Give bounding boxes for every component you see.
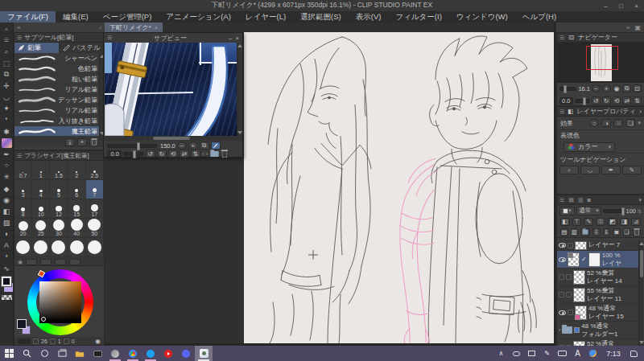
layer-list-scrollbar[interactable] — [638, 240, 643, 346]
figure-tool[interactable]: ◗ — [1, 228, 13, 240]
search-button[interactable] — [18, 346, 35, 361]
size-cell[interactable]: 6 — [68, 180, 86, 199]
navigator-zoom-slider[interactable] — [559, 87, 576, 91]
effect-border-icon[interactable]: ○ — [589, 119, 599, 127]
panel-more-icon[interactable]: ▾ — [638, 197, 642, 203]
layer-comment-tab-icon[interactable]: ◙ — [588, 197, 591, 203]
subview-zoom-in-icon[interactable]: + — [188, 142, 198, 150]
subview-zoom-out-icon[interactable]: − — [177, 142, 187, 150]
opacity-stepper-icon[interactable]: ⇅ — [638, 208, 642, 214]
tray-pen-tablet-icon[interactable]: ✎ — [540, 346, 554, 361]
zoom-tool[interactable]: ⌕ — [1, 46, 13, 57]
app-clip-studio-button[interactable] — [106, 346, 124, 361]
blend-tool[interactable]: ◉ — [1, 195, 13, 206]
tray-display-icon[interactable] — [525, 346, 539, 361]
collapse-left-panel-icon[interactable]: ‹ — [99, 24, 101, 31]
fill-tool[interactable]: ◧ — [1, 206, 13, 217]
layer-row[interactable]: レイヤー 7 — [557, 240, 639, 251]
layer-opacity-slider[interactable] — [603, 209, 625, 213]
lasso-tool[interactable]: ◡ — [1, 92, 13, 103]
tray-keyboard-icon[interactable] — [555, 346, 569, 361]
size-cell[interactable] — [50, 238, 68, 257]
enable-mask-icon[interactable]: ◨ — [620, 218, 630, 226]
subview-rotation-slider[interactable] — [123, 152, 144, 156]
transparent-color-swatch[interactable] — [2, 295, 12, 300]
size-cell-selected[interactable]: 7 — [86, 180, 104, 199]
navigator-flip-h-icon[interactable]: ⇄ — [622, 96, 631, 105]
size-cell[interactable] — [32, 238, 50, 257]
balloon-tool[interactable]: ❛ — [1, 252, 13, 263]
menu-window[interactable]: ウィンドウ(W) — [449, 11, 515, 23]
size-view-option-icon[interactable] — [55, 259, 66, 265]
app-youtube-button[interactable] — [159, 346, 177, 361]
delete-layer-icon[interactable] — [633, 228, 641, 236]
effect-caret-icon[interactable]: ▾ — [638, 120, 641, 126]
panel-layout-icon[interactable]: ▣ — [634, 24, 641, 31]
size-cell[interactable]: 20 — [14, 219, 32, 238]
subview-delete-icon[interactable] — [222, 151, 227, 157]
effect-layercolor-icon[interactable]: ❏ — [625, 119, 635, 127]
size-cell[interactable]: 40 — [68, 219, 86, 238]
panel-menu-icon[interactable]: ☰ — [559, 109, 564, 115]
collapse-left-column-icon[interactable]: « — [17, 24, 20, 31]
set-as-ruler-icon[interactable]: ⊤ — [572, 218, 582, 226]
canvas-tab-close-icon[interactable]: × — [155, 25, 158, 31]
subview-rotate-ccw-icon[interactable]: ↺ — [146, 150, 155, 158]
navigator-rotate-ccw-icon[interactable]: ↺ — [592, 96, 601, 105]
layer-visible-icon[interactable] — [559, 310, 566, 315]
subview-image[interactable] — [105, 43, 237, 136]
effect-tone-icon[interactable]: ◑ — [601, 119, 611, 127]
menu-layer[interactable]: レイヤー(L) — [238, 11, 293, 23]
layer-folder-row[interactable]: › 48 %通常フォルダー1 — [557, 322, 639, 339]
subtool-tab-pastel[interactable]: パステル — [60, 43, 104, 53]
navigator-fit-icon[interactable]: ◉ — [613, 84, 621, 92]
effect-brush-tool[interactable]: ✳ — [1, 171, 13, 183]
close-button[interactable]: × — [629, 0, 644, 11]
navigator-zoom-in-icon[interactable]: + — [602, 84, 611, 92]
layer-palette-color-dropdown[interactable]: ▾ — [559, 207, 575, 215]
folder-expand-icon[interactable]: › — [559, 327, 560, 333]
brush-item[interactable]: 入り抜き鉛筆 — [14, 116, 104, 126]
selection-tool[interactable]: ⬚ — [1, 58, 13, 69]
navigator-rotation-slider[interactable] — [575, 99, 591, 103]
brush-item[interactable]: リアル鉛筆 — [14, 84, 104, 95]
subview-title-bar[interactable]: ☰ サブビュー – × — [104, 33, 242, 43]
custom-paint-tool[interactable] — [2, 138, 12, 148]
action-center-button[interactable] — [627, 346, 641, 361]
layer-row[interactable]: 52 %乗算レイヤー 14 — [557, 269, 639, 286]
panel-menu-icon[interactable]: ☰ — [559, 197, 564, 203]
collapse-toolbar-icon[interactable]: « — [1, 23, 13, 35]
sv-cursor[interactable] — [41, 317, 46, 322]
subview-flip-v-icon[interactable]: ⇅ — [191, 150, 200, 158]
swatch-strip-icon[interactable] — [18, 338, 31, 344]
navigator-rotate-cw-icon[interactable]: ↻ — [602, 96, 611, 105]
brush-item[interactable]: デッサン鉛筆 — [14, 95, 104, 105]
blend-mode-dropdown[interactable]: 通常▾ — [576, 207, 601, 215]
delete-subtool-icon[interactable] — [89, 138, 99, 146]
navigator-reset-rotation-icon[interactable]: ⟲ — [613, 96, 621, 105]
app-camera-button[interactable] — [89, 346, 106, 361]
start-button[interactable] — [0, 346, 18, 361]
subview-eyedropper-icon[interactable] — [211, 142, 221, 150]
toolnav-brush-icon[interactable]: ✒ — [601, 166, 621, 174]
size-cell[interactable]: 0.7 — [14, 161, 32, 180]
decoration-tool[interactable]: ✱ — [1, 126, 13, 137]
subview-fit-icon[interactable]: ⧉ — [200, 142, 209, 150]
size-cell[interactable]: 12 — [50, 199, 68, 219]
auto-select-tool[interactable]: ✦ — [1, 103, 13, 114]
size-cell[interactable]: 5 — [50, 180, 68, 199]
line-correct-tool[interactable]: ∿ — [1, 263, 13, 274]
navigator-flip-v-icon[interactable]: ⇅ — [633, 96, 642, 105]
toolnav-pen-icon[interactable]: ✎ — [622, 166, 642, 174]
layer-row[interactable]: 52 %通常レイヤー 1 — [557, 339, 639, 346]
minimize-button[interactable]: – — [598, 0, 613, 11]
brush-item[interactable]: 色鉛筆 — [14, 64, 104, 74]
size-cell[interactable]: 10 — [32, 199, 50, 219]
pen-tool[interactable]: ✒ — [1, 149, 13, 160]
new-folder-icon[interactable] — [580, 228, 590, 236]
apply-mask-icon[interactable]: ❏ — [623, 228, 631, 236]
show-hidden-icons-button[interactable]: ∧ — [494, 346, 508, 361]
menu-animation[interactable]: アニメーション(A) — [159, 11, 238, 23]
app-chrome-button[interactable] — [124, 346, 142, 361]
size-cell[interactable]: 2.5 — [86, 161, 104, 180]
